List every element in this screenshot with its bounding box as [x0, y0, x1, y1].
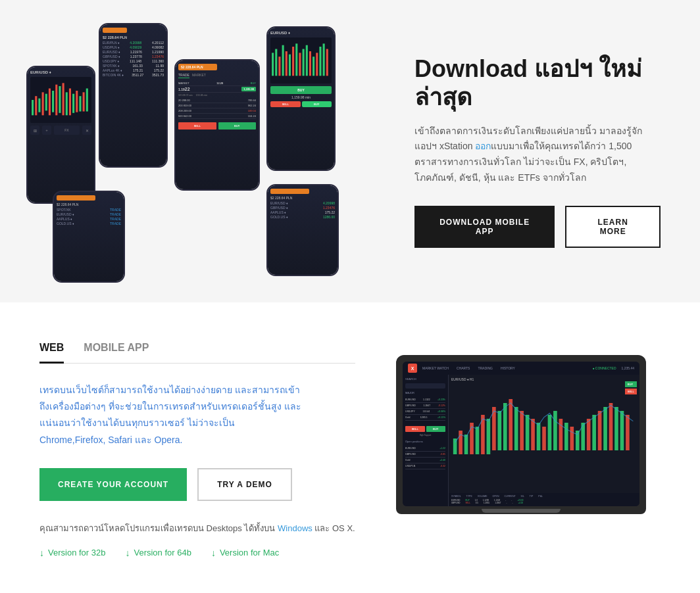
page-title: Download แอปฯ ใหม่ล่าสุด	[414, 55, 661, 111]
svg-rect-2	[38, 99, 40, 112]
svg-rect-23	[292, 47, 294, 76]
download-64b-icon: ↓	[125, 548, 130, 558]
svg-rect-53	[559, 419, 563, 450]
svg-rect-58	[587, 419, 591, 450]
phones-group: EUR/USD ♦	[13, 13, 395, 289]
svg-rect-15	[83, 92, 85, 111]
svg-rect-16	[86, 89, 88, 112]
laptop-sidebar: SEARCH MAJOR EUR/USD 1.1322 +0.23% GBP/U…	[403, 375, 449, 506]
svg-rect-4	[45, 94, 47, 111]
svg-rect-10	[66, 92, 68, 115]
svg-rect-11	[69, 89, 71, 116]
laptop-foot	[482, 509, 561, 513]
svg-rect-62	[609, 403, 613, 450]
bottom-section: WEB MOBILE APP เทรดบนเว็บไซต์ก็สามารถใช้…	[0, 302, 700, 593]
download-64b-link[interactable]: ↓ Version for 64b	[125, 548, 191, 558]
svg-rect-20	[282, 45, 284, 76]
svg-rect-65	[626, 415, 630, 450]
svg-rect-26	[303, 49, 305, 76]
bottom-description: เทรดบนเว็บไซต์ก็สามารถใช้งานได้อย่างง่าย…	[39, 382, 303, 448]
svg-rect-36	[464, 435, 468, 454]
svg-rect-29	[312, 57, 314, 76]
svg-rect-21	[286, 51, 288, 76]
svg-rect-38	[476, 427, 480, 454]
svg-rect-14	[79, 96, 81, 111]
download-links: ↓ Version for 32b ↓ Version for 64b ↓ Ve…	[39, 548, 355, 558]
svg-rect-5	[49, 89, 51, 116]
laptop-wrapper: X MARKET WATCH CHARTS TRADING HISTORY ● …	[396, 355, 646, 514]
svg-rect-13	[76, 91, 78, 112]
svg-rect-27	[306, 45, 308, 76]
svg-rect-48	[531, 419, 535, 450]
svg-rect-12	[72, 94, 74, 113]
svg-rect-49	[537, 423, 541, 450]
download-mac-link[interactable]: ↓ Version for Mac	[211, 548, 279, 558]
svg-rect-31	[319, 47, 321, 76]
svg-rect-63	[614, 407, 618, 450]
svg-rect-25	[299, 53, 301, 76]
top-section: EUR/USD ♦	[0, 0, 700, 302]
download-32b-icon: ↓	[39, 548, 44, 558]
svg-rect-46	[520, 411, 524, 450]
sidebar-row: Gold 1285.5 +0.15%	[405, 415, 445, 421]
phone-center-mid: $2 228.64 PLN TRADE MARKET MARKET 12.28 …	[174, 59, 260, 191]
tab-mobile-app[interactable]: MOBILE APP	[84, 342, 149, 364]
svg-rect-9	[63, 83, 64, 115]
svg-rect-28	[309, 51, 311, 76]
svg-rect-43	[503, 403, 507, 450]
laptop-logo: X	[408, 364, 417, 373]
top-description: เข้าถึงตลาดการเงินระดับโลกเพียงแค่ปลายนิ…	[414, 124, 661, 186]
laptop-chart-area: EUR/USD ♦ H1 BUY SELL	[449, 375, 639, 506]
laptop-ui-header: X MARKET WATCH CHARTS TRADING HISTORY ● …	[403, 362, 639, 375]
svg-rect-24	[295, 43, 297, 76]
laptop-screen-inner: X MARKET WATCH CHARTS TRADING HISTORY ● …	[403, 362, 639, 506]
svg-rect-32	[323, 43, 325, 76]
desktop-note: คุณสามารถดาวน์โหลดโปรแกรมเพื่อเทรดบน Des…	[39, 522, 355, 536]
download-mobile-btn[interactable]: DOWNLOAD MOBILE APP	[414, 206, 555, 248]
svg-rect-47	[526, 415, 530, 450]
svg-rect-18	[275, 49, 277, 76]
tab-bar: WEB MOBILE APP	[39, 342, 355, 364]
svg-rect-59	[592, 415, 596, 450]
svg-rect-60	[598, 411, 602, 450]
download-mac-icon: ↓	[211, 548, 216, 558]
svg-rect-22	[289, 55, 291, 76]
svg-rect-35	[459, 431, 463, 454]
sidebar-row: GBP/USD 1.2847 -0.12%	[405, 403, 445, 409]
svg-rect-44	[509, 399, 512, 450]
laptop-stand	[396, 509, 646, 514]
svg-rect-17	[272, 53, 274, 76]
svg-rect-42	[498, 411, 502, 450]
laptop-mockup-area: X MARKET WATCH CHARTS TRADING HISTORY ● …	[382, 342, 661, 514]
tab-web[interactable]: WEB	[39, 342, 64, 364]
svg-rect-52	[553, 411, 557, 450]
svg-rect-64	[620, 411, 624, 450]
svg-rect-1	[35, 96, 37, 115]
phone-left: EUR/USD ♦	[26, 66, 95, 204]
create-account-btn[interactable]: CREATE YOUR ACCOUNT	[39, 468, 187, 501]
phone-main: $2 228.64 PLN EUR/PLN ♦ 4.20998 4.20112 …	[99, 23, 168, 168]
top-right-content: Download แอปฯ ใหม่ล่าสุด เข้าถึงตลาดการเ…	[395, 55, 661, 248]
svg-rect-19	[278, 57, 280, 76]
svg-rect-8	[59, 86, 61, 113]
svg-rect-54	[564, 423, 568, 450]
svg-rect-6	[52, 91, 54, 112]
svg-rect-3	[42, 92, 44, 115]
svg-rect-40	[487, 419, 491, 454]
svg-rect-50	[542, 427, 546, 450]
sidebar-row: EUR/USD 1.1322 +0.23%	[405, 397, 445, 403]
svg-rect-0	[32, 100, 34, 115]
svg-rect-61	[603, 407, 607, 450]
chart-svg	[451, 383, 637, 462]
svg-rect-33	[326, 49, 328, 76]
learn-more-btn[interactable]: LEARN MORE	[565, 206, 661, 248]
top-button-row: DOWNLOAD MOBILE APP LEARN MORE	[414, 206, 661, 248]
download-32b-link[interactable]: ↓ Version for 32b	[39, 548, 105, 558]
sidebar-row: USD/JPY 110.44 +0.08%	[405, 409, 445, 415]
phone-bottom-left: $2 228.64 PLN SPOT/XK TRADE EUR/USD ♦ TR…	[53, 191, 125, 283]
svg-rect-45	[514, 407, 518, 450]
svg-rect-30	[316, 53, 318, 76]
try-demo-btn[interactable]: TRY A DEMO	[197, 468, 292, 501]
phone-right-top: EURUSD ♦	[266, 26, 336, 171]
laptop-screen-outer: X MARKET WATCH CHARTS TRADING HISTORY ● …	[396, 355, 646, 509]
